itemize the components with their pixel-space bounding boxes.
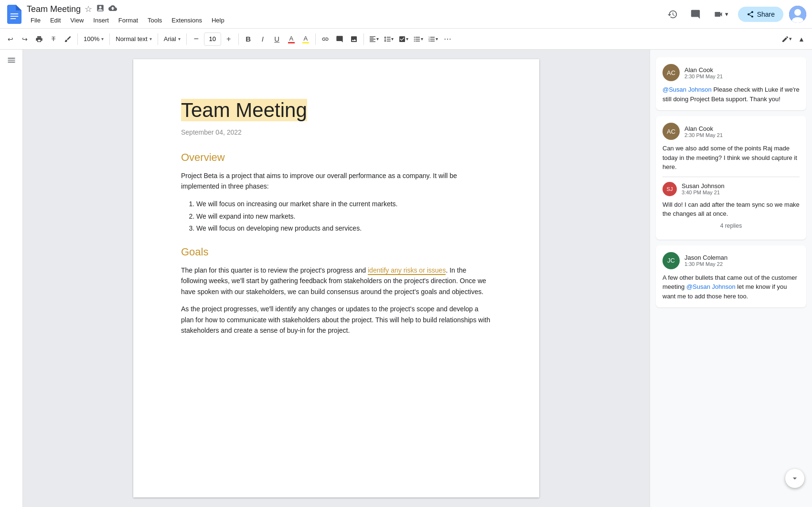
comment-author: Alan Cook xyxy=(684,66,723,74)
document-page: Team Meeting September 04, 2022 Overview… xyxy=(133,59,539,497)
menu-format[interactable]: Format xyxy=(115,16,142,25)
zoom-chevron: ▾ xyxy=(101,36,104,42)
print-button[interactable] xyxy=(32,32,46,47)
comment-meta: Alan Cook 2:30 PM May 21 xyxy=(684,66,723,79)
font-size-box: − + xyxy=(190,32,235,47)
highlight-color-button[interactable]: A xyxy=(299,32,312,47)
bullet-list-button[interactable]: ▾ xyxy=(411,32,425,47)
paint-format-button[interactable] xyxy=(61,32,75,47)
overview-list: We will focus on increasing our market s… xyxy=(181,198,491,234)
overview-body: Project Beta is a project that aims to i… xyxy=(181,170,491,192)
menu-tools[interactable]: Tools xyxy=(144,16,166,25)
undo-button[interactable]: ↩ xyxy=(4,32,17,47)
menu-edit[interactable]: Edit xyxy=(46,16,64,25)
font-size-increase[interactable]: + xyxy=(222,32,235,47)
menu-help[interactable]: Help xyxy=(208,16,228,25)
menu-insert[interactable]: Insert xyxy=(89,16,113,25)
editing-mode-button[interactable]: ▾ xyxy=(780,32,794,47)
font-selector[interactable]: Arial ▾ xyxy=(161,32,183,47)
menu-view[interactable]: View xyxy=(66,16,87,25)
comments-panel: AC Alan Cook 2:30 PM May 21 @Susan Johns… xyxy=(650,50,812,507)
app-bar: Team Meeting ☆ File Edit View Insert For… xyxy=(0,0,812,29)
reply-thread: SJ Susan Johnson 3:40 PM May 21 Will do!… xyxy=(662,177,800,219)
text-style-chevron: ▾ xyxy=(150,36,152,42)
meet-button[interactable]: ▾ xyxy=(710,6,732,23)
comment-body: A few other bullets that came out of the… xyxy=(662,273,800,301)
toolbar: ↩ ↪ T 100% ▾ Normal text ▾ Arial ▾ − + B… xyxy=(0,29,812,50)
comment-meta: Alan Cook 2:30 PM May 21 xyxy=(684,125,723,138)
line-spacing-button[interactable]: ▾ xyxy=(382,32,395,47)
document-area[interactable]: Team Meeting September 04, 2022 Overview… xyxy=(23,50,650,507)
comment-avatar: AC xyxy=(662,123,680,140)
google-docs-icon xyxy=(6,5,23,24)
underline-button[interactable]: U xyxy=(270,32,284,47)
user-avatar[interactable] xyxy=(789,6,806,23)
history-button[interactable] xyxy=(664,6,681,23)
comment-meta: Jason Coleman 1:30 PM May 22 xyxy=(684,254,727,267)
comments-button[interactable] xyxy=(687,6,704,23)
list-item: We will focus on developing new products… xyxy=(196,222,491,234)
zoom-selector[interactable]: 100% ▾ xyxy=(81,32,107,47)
highlight-label: A xyxy=(303,35,308,42)
align-chevron: ▾ xyxy=(376,36,379,42)
comment-mention[interactable]: @Susan Johnson xyxy=(686,283,736,290)
menu-file[interactable]: File xyxy=(27,16,44,25)
cloud-save-icon[interactable] xyxy=(108,4,117,15)
reply-count[interactable]: 4 replies xyxy=(662,222,800,229)
goals-highlighted: identify any risks or issues xyxy=(368,266,446,275)
goals-body-2: As the project progresses, we'll identif… xyxy=(181,304,491,336)
share-button[interactable]: Share xyxy=(738,7,783,22)
separator-4 xyxy=(186,33,187,45)
svg-rect-1 xyxy=(11,16,19,17)
title-area: Team Meeting ☆ File Edit View Insert For… xyxy=(27,4,660,25)
checklist-button[interactable]: ▾ xyxy=(396,32,410,47)
svg-rect-0 xyxy=(11,13,19,14)
more-options-button[interactable]: ⋯ xyxy=(441,32,454,47)
bullet-chevron: ▾ xyxy=(421,36,423,42)
list-item: We will expand into new markets. xyxy=(196,211,491,222)
insert-comment-button[interactable] xyxy=(333,32,346,47)
scroll-to-bottom-button[interactable] xyxy=(785,469,804,488)
reply-header: SJ Susan Johnson 3:40 PM May 21 xyxy=(662,182,800,196)
text-style-selector[interactable]: Normal text ▾ xyxy=(113,32,154,47)
redo-button[interactable]: ↪ xyxy=(18,32,32,47)
clear-format-button[interactable]: T xyxy=(47,32,60,47)
link-button[interactable] xyxy=(319,32,332,47)
svg-rect-2 xyxy=(11,18,16,19)
menu-bar: File Edit View Insert Format Tools Exten… xyxy=(27,16,660,25)
font-size-input[interactable] xyxy=(204,32,221,46)
reply-body: Will do! I can add after the team sync s… xyxy=(662,200,800,219)
svg-point-4 xyxy=(794,9,801,16)
separator-7 xyxy=(363,33,364,45)
highlight-bar xyxy=(302,42,309,43)
font-size-decrease[interactable]: − xyxy=(190,32,203,47)
main-layout: Team Meeting September 04, 2022 Overview… xyxy=(0,50,812,507)
reply-meta: Susan Johnson 3:40 PM May 21 xyxy=(682,182,725,195)
comment-avatar: AC xyxy=(662,64,680,81)
italic-button[interactable]: I xyxy=(256,32,269,47)
comment-time: 2:30 PM May 21 xyxy=(684,132,723,138)
insert-image-button[interactable] xyxy=(347,32,361,47)
align-button[interactable]: ▾ xyxy=(367,32,381,47)
text-color-bar xyxy=(288,42,295,43)
star-icon[interactable]: ☆ xyxy=(85,4,92,14)
text-color-button[interactable]: A xyxy=(285,32,298,47)
comment-mention[interactable]: @Susan Johnson xyxy=(662,86,712,93)
comment-time: 2:30 PM May 21 xyxy=(684,74,723,79)
document-date: September 04, 2022 xyxy=(181,128,491,136)
comment-body: @Susan Johnson Please check with Luke if… xyxy=(662,85,800,104)
comment-header: JC Jason Coleman 1:30 PM May 22 xyxy=(662,252,800,269)
drive-icon[interactable] xyxy=(96,4,105,15)
collapse-toolbar-button[interactable]: ▲ xyxy=(795,32,808,47)
goals-text-before: The plan for this quarter is to review t… xyxy=(181,266,368,274)
sidebar-toggle[interactable] xyxy=(0,50,23,507)
separator-2 xyxy=(109,33,110,45)
bold-button[interactable]: B xyxy=(242,32,255,47)
numbered-chevron: ▾ xyxy=(436,36,438,42)
separator-3 xyxy=(158,33,158,45)
doc-title[interactable]: Team Meeting xyxy=(27,4,81,14)
share-label: Share xyxy=(757,11,775,18)
numbered-list-button[interactable]: ▾ xyxy=(426,32,440,47)
comment-time: 1:30 PM May 22 xyxy=(684,261,727,267)
menu-extensions[interactable]: Extensions xyxy=(168,16,206,25)
